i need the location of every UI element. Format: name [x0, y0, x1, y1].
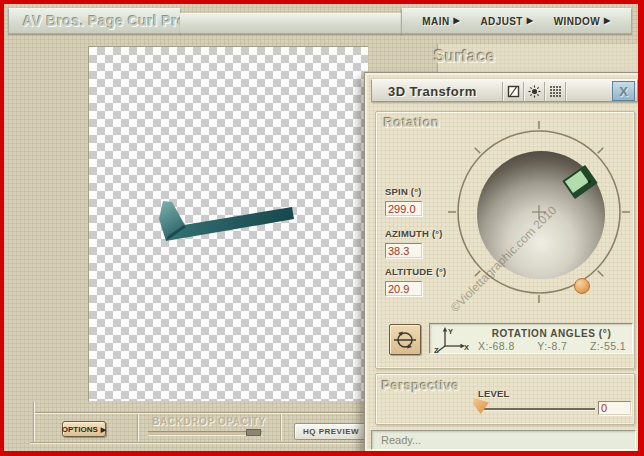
menu-arrow-icon: ▶ — [527, 17, 534, 25]
level-label: LEVEL — [478, 388, 510, 399]
rotation-angles-values: X:-68.8 Y:-8.7 Z:-55.1 — [478, 340, 626, 352]
angle-y: Y:-8.7 — [537, 340, 567, 352]
spin-label: SPIN (°) — [385, 186, 422, 197]
menu-main[interactable]: MAIN ▶ — [422, 16, 460, 27]
separator — [523, 82, 524, 101]
frame-right — [638, 0, 644, 456]
title-bar-strip — [180, 13, 402, 34]
toolbar-divider — [280, 414, 282, 441]
hq-preview-button[interactable]: HQ PREVIEW — [294, 423, 368, 440]
window-left-groove — [33, 402, 35, 443]
lighting-icon[interactable] — [525, 82, 543, 101]
toolbar-divider — [137, 414, 139, 441]
frame-left — [0, 0, 4, 456]
reset-rotation-button[interactable] — [389, 324, 421, 355]
azimuth-label: AZIMUTH (°) — [385, 228, 443, 239]
svg-text:X: X — [464, 343, 469, 352]
spin-input[interactable] — [385, 201, 422, 216]
separator — [502, 82, 503, 101]
menu-arrow-icon: ▶ — [454, 17, 461, 25]
angle-x: X:-68.8 — [478, 340, 515, 352]
menu-bar: MAIN ▶ ADJUST ▶ WINDOW ▶ — [401, 8, 632, 34]
rotation-angles-panel: Y X Z ROTATION ANGLES (°) X:-68.8 Y:-8.7… — [429, 323, 633, 354]
separator — [565, 82, 566, 101]
spin-handle-orange[interactable] — [575, 279, 590, 294]
status-bar: Ready... — [371, 430, 636, 450]
perspective-heading: Perspective — [382, 378, 459, 393]
panel-title: 3D Transform — [388, 84, 477, 99]
backdrop-opacity-thumb[interactable] — [246, 429, 261, 436]
level-slider-track[interactable] — [482, 408, 595, 410]
options-arrow-icon: ▶ — [101, 426, 106, 433]
status-text: Ready... — [372, 434, 421, 446]
frame-top — [0, 0, 644, 4]
app-window: AV Bros. Page Curl Pro 2.1 MAIN ▶ ADJUST… — [0, 0, 644, 456]
title-tab: AV Bros. Page Curl Pro 2.1 — [8, 8, 181, 34]
svg-text:Z: Z — [434, 346, 439, 354]
backdrop-opacity-label: BACKDROP OPACITY — [140, 416, 278, 427]
3d-transform-panel: 3D Transform — [364, 72, 640, 452]
toolbar-top-groove — [35, 412, 365, 414]
level-slider-thumb[interactable] — [473, 398, 489, 414]
panel-title-bar[interactable]: 3D Transform — [371, 79, 638, 102]
altitude-label: ALTITUDE (°) — [385, 266, 446, 277]
reset-rotation-icon — [393, 329, 417, 351]
perspective-group: Perspective LEVEL — [375, 373, 635, 425]
page-body — [166, 207, 294, 241]
angle-z: Z:-55.1 — [590, 340, 626, 352]
page-curl-object[interactable] — [150, 190, 310, 252]
backdrop-opacity-slider[interactable] — [148, 431, 262, 435]
frame-bottom — [0, 451, 644, 456]
page-curl-mode-icon[interactable] — [504, 82, 522, 101]
svg-text:Y: Y — [448, 327, 453, 336]
separator — [544, 82, 545, 101]
close-icon: X — [619, 84, 628, 99]
menu-arrow-icon: ▶ — [604, 17, 611, 25]
menu-adjust[interactable]: ADJUST ▶ — [480, 16, 533, 27]
panel-close-button[interactable]: X — [612, 81, 635, 101]
altitude-input[interactable] — [385, 281, 422, 296]
rotation-heading: Rotation — [384, 115, 440, 130]
rotation-group: Rotation SPIN (°) AZIMUTH (°) ALTITUDE (… — [375, 111, 635, 369]
level-input[interactable] — [598, 401, 631, 415]
grid-snap-icon[interactable] — [546, 82, 564, 101]
options-button[interactable]: OPTIONS ▶ — [62, 421, 106, 437]
trackball[interactable] — [439, 112, 639, 312]
rotation-angles-title: ROTATION ANGLES (°) — [474, 328, 629, 339]
menu-window[interactable]: WINDOW ▶ — [554, 16, 611, 27]
surface-heading: Surface — [434, 48, 496, 66]
xyz-axes-icon: Y X Z — [434, 325, 472, 354]
azimuth-input[interactable] — [385, 243, 422, 258]
